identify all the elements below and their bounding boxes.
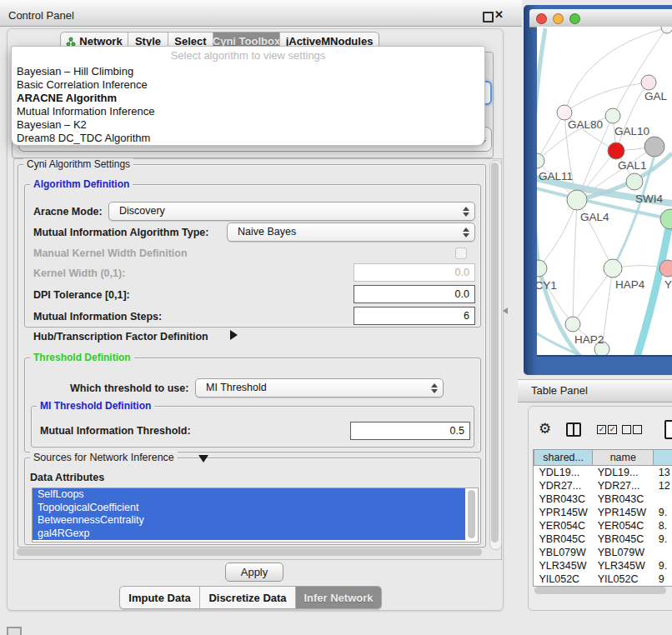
attribute-list-item[interactable]: BetweennessCentrality	[33, 514, 465, 528]
algorithm-option[interactable]: Bayesian – K2	[12, 118, 484, 132]
splitter-arrow-icon[interactable]	[503, 308, 508, 314]
network-window-titlebar[interactable]	[529, 9, 672, 28]
group-title: Algorithm Definition	[30, 178, 133, 190]
network-node[interactable]	[659, 260, 672, 277]
apply-button[interactable]: Apply	[225, 562, 283, 582]
manual-kernel-checkbox[interactable]	[455, 248, 467, 259]
float-window-icon[interactable]	[483, 12, 494, 22]
node-table: shared...name YDL19...YDL19...13YDR27...…	[533, 449, 672, 587]
which-threshold-combobox[interactable]: MI Threshold	[195, 378, 444, 398]
hub-section-toggle[interactable]: Hub/Transcription Factor Definition	[33, 331, 208, 342]
combo-arrows-icon	[463, 207, 469, 217]
network-node[interactable]	[641, 75, 656, 90]
columns-icon[interactable]	[566, 422, 581, 437]
algorithm-option[interactable]: ARACNE Algorithm	[12, 92, 484, 105]
node-label: GAL10	[614, 125, 649, 138]
network-canvas[interactable]: GALGAL80GAL10GAL1GAL11SWI4GAL4GCY1HAP4YH…	[537, 27, 672, 357]
node-label: GAL4	[580, 211, 609, 223]
column-header[interactable]: name	[593, 450, 654, 466]
node-label: GAL1	[618, 159, 647, 172]
gear-icon[interactable]: ⚙	[539, 420, 551, 438]
settings-vertical-scrollbar[interactable]	[489, 160, 502, 550]
node-label: GAL11	[539, 170, 573, 182]
network-icon	[66, 37, 76, 47]
network-node[interactable]	[605, 108, 620, 123]
mi-threshold-field[interactable]: 0.5	[350, 422, 470, 440]
node-label: Y	[664, 278, 672, 291]
network-node[interactable]	[567, 190, 587, 210]
checked-checkbox-icon[interactable]: ✓	[608, 425, 617, 434]
tab-impute-data[interactable]: Impute Data	[120, 587, 199, 608]
attribute-list-item[interactable]: TopologicalCoefficient	[33, 502, 465, 515]
checked-checkbox-icon[interactable]: ✓	[597, 425, 606, 434]
network-node[interactable]	[626, 173, 643, 190]
network-edge	[564, 82, 649, 112]
tab-infer-network[interactable]: Infer Network	[295, 587, 381, 608]
network-node[interactable]	[661, 27, 672, 33]
mi-steps-field[interactable]: 6	[354, 307, 475, 325]
table-row[interactable]: YER054CYER054C8.	[534, 519, 672, 532]
column-header[interactable]: shared...	[534, 450, 593, 466]
table-row[interactable]: YBL079WYBL079W	[534, 546, 672, 559]
mac-zoom-icon[interactable]	[569, 13, 580, 24]
dropdown-item-list: Bayesian – Hill ClimbingBasic Correlatio…	[12, 65, 484, 145]
table-row[interactable]: YLR345WYLR345W9.	[534, 559, 672, 572]
kernel-width-field[interactable]: 0.0	[354, 263, 475, 282]
mi-steps-label: Mutual Information Steps:	[33, 311, 162, 322]
table-row[interactable]: YIL052CYIL052C9	[534, 572, 672, 586]
network-edge	[613, 28, 667, 116]
mi-type-combobox[interactable]: Naive Bayes	[227, 222, 475, 242]
table-row[interactable]: YDR27...YDR27...12	[534, 479, 672, 492]
algorithm-option[interactable]: Mutual Information Inference	[12, 105, 484, 118]
mac-close-icon[interactable]	[536, 13, 547, 24]
table-row[interactable]: YPR145WYPR145W9.	[534, 506, 672, 519]
aracne-mode-combobox[interactable]: Discovery	[108, 202, 475, 221]
network-node[interactable]	[660, 209, 672, 229]
table-row[interactable]: YBR043CYBR043C	[534, 492, 672, 506]
attribute-list-item[interactable]: SelfLoops	[33, 488, 465, 502]
control-panel-titlebar	[0, 0, 522, 27]
network-edge	[573, 200, 577, 324]
group-title: Sources for Network Inference	[30, 452, 178, 463]
hidden-panel-icon[interactable]	[7, 627, 22, 635]
network-node[interactable]	[608, 142, 624, 159]
algorithm-option[interactable]: Basic Correlation Inference	[12, 78, 484, 92]
network-node[interactable]	[565, 317, 580, 332]
algorithm-dropdown-popup: Select algorithm to view settings Bayesi…	[11, 46, 485, 146]
table-row[interactable]: YDL19...YDL19...13	[534, 466, 672, 480]
network-edge	[537, 28, 545, 267]
algorithm-option[interactable]: Dream8 DC_TDC Algorithm	[12, 132, 484, 145]
node-label: GCY1	[537, 279, 557, 292]
list-scrollbar[interactable]	[468, 490, 475, 538]
mac-minimize-icon[interactable]	[553, 13, 564, 24]
node-label: HAP2	[574, 333, 604, 346]
tab-discretize-data[interactable]: Discretize Data	[199, 587, 295, 608]
algorithm-option[interactable]: Bayesian – Hill Climbing	[12, 65, 484, 78]
mi-threshold-label: Mutual Information Threshold:	[40, 425, 191, 437]
table-horizontal-scrollbar[interactable]	[534, 587, 666, 594]
unchecked-checkbox-icon[interactable]	[633, 425, 642, 434]
export-table-icon[interactable]	[664, 420, 672, 439]
column-header[interactable]	[654, 450, 672, 466]
table-header-row: shared...name	[534, 450, 672, 466]
table-row[interactable]: YBR045CYBR045C9.	[534, 532, 672, 546]
dropdown-placeholder: Select algorithm to view settings	[12, 47, 484, 65]
expand-right-icon[interactable]	[230, 330, 238, 340]
collapse-down-icon[interactable]	[198, 455, 208, 462]
network-edge	[539, 200, 577, 268]
network-node[interactable]	[644, 137, 664, 157]
dpi-tolerance-field[interactable]: 0.0	[354, 285, 475, 303]
unchecked-checkbox-icon[interactable]	[622, 425, 631, 434]
node-label: GAL	[644, 90, 668, 102]
data-attributes-list[interactable]: SelfLoopsTopologicalCoefficientBetweenne…	[32, 488, 479, 542]
node-label: SWI4	[635, 192, 663, 205]
close-icon[interactable]: ✕	[494, 8, 504, 21]
group-title: MI Threshold Definition	[37, 400, 154, 412]
network-node[interactable]	[537, 260, 547, 277]
data-attributes-label: Data Attributes	[30, 472, 104, 483]
combo-arrows-icon	[463, 228, 469, 238]
settings-horizontal-scrollbar[interactable]	[17, 548, 482, 556]
control-panel-title: Control Panel	[8, 9, 74, 22]
attribute-list-item[interactable]: gal4RGexp	[33, 528, 465, 541]
network-node[interactable]	[604, 259, 622, 278]
